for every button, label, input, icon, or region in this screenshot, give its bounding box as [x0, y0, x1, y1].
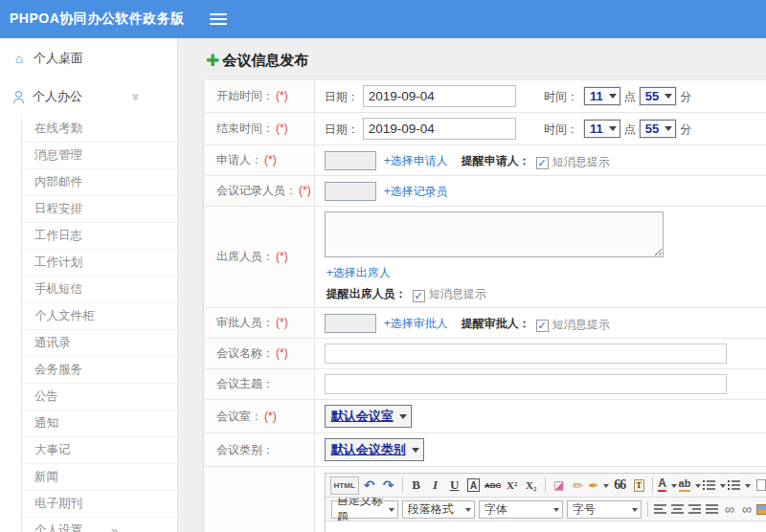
superscript-button[interactable]: X²: [504, 477, 521, 495]
subscript-button[interactable]: X₂: [523, 477, 540, 495]
end-hour-select[interactable]: 11: [584, 120, 620, 138]
meeting-type-select[interactable]: 默认会议类别: [325, 438, 424, 461]
sidebar-item[interactable]: 日程安排: [21, 196, 177, 223]
align-justify-icon[interactable]: [704, 500, 720, 519]
new-page-icon[interactable]: [753, 477, 766, 495]
italic-button[interactable]: I: [427, 477, 444, 495]
applicant-label: 申请人：(*): [204, 145, 315, 176]
end-time-label: 结束时间：(*): [204, 113, 315, 145]
clean-format-brush-icon[interactable]: ✏: [570, 477, 587, 495]
redo-icon[interactable]: ↷: [380, 477, 397, 495]
sidebar-item-label: 个人办公: [33, 88, 82, 105]
form-row-meeting-topic: 会议主题：: [204, 369, 766, 400]
remind-approver-label: 提醒审批人：: [462, 317, 530, 330]
meeting-room-label: 会议室：(*): [204, 400, 315, 433]
sms-checkbox[interactable]: ✓: [413, 290, 425, 302]
attendees-textarea[interactable]: [325, 211, 664, 257]
align-right-icon[interactable]: [687, 500, 703, 519]
minute-unit: 分: [680, 122, 691, 136]
meeting-type-label: 会议类别：: [204, 433, 315, 467]
toolbar-separator: [647, 501, 648, 517]
sidebar-item-label: 手机短信: [34, 283, 82, 296]
meeting-name-label: 会议名称：(*): [204, 339, 315, 369]
sidebar-item[interactable]: 通讯录: [21, 330, 177, 357]
sidebar-item-label: 大事记: [34, 444, 71, 456]
font-size-select[interactable]: 字号: [567, 500, 642, 519]
bold-button[interactable]: B: [408, 477, 425, 495]
recorder-input[interactable]: [325, 182, 376, 201]
sidebar-item[interactable]: 工作计划: [21, 250, 177, 277]
toolbar-separator: [652, 477, 653, 493]
sidebar-item[interactable]: 工作日志: [21, 223, 177, 250]
font-family-select[interactable]: 字体: [479, 500, 563, 519]
approver-input[interactable]: [325, 314, 376, 333]
sidebar-item[interactable]: 电子期刊: [21, 491, 177, 518]
paragraph-format-select[interactable]: 段落格式: [402, 500, 475, 519]
align-center-icon[interactable]: [669, 500, 686, 519]
select-attendees-link[interactable]: +选择出席人: [327, 266, 391, 279]
applicant-input[interactable]: [325, 151, 376, 170]
select-approver-link[interactable]: +选择审批人: [384, 317, 448, 330]
html-source-button[interactable]: HTML: [330, 477, 359, 495]
format-painter-icon[interactable]: ✒: [589, 477, 610, 495]
end-minute-select[interactable]: 55: [640, 120, 676, 138]
start-date-input[interactable]: [363, 85, 516, 107]
page-title: ✚ 会议信息发布: [179, 52, 766, 70]
sidebar-item-label: 新闻: [34, 471, 58, 483]
sidebar-item[interactable]: 新闻: [21, 464, 177, 491]
undo-icon[interactable]: ↶: [361, 477, 378, 495]
sms-label: 短消息提示: [429, 287, 486, 300]
sidebar-item[interactable]: 手机短信: [21, 277, 177, 303]
sidebar-item[interactable]: 消息管理: [21, 143, 177, 169]
strikethrough-button[interactable]: ABC: [484, 477, 502, 495]
select-applicant-link[interactable]: +选择申请人: [384, 154, 448, 167]
home-icon: ⌂: [12, 53, 26, 65]
sidebar-item[interactable]: 内部邮件: [21, 169, 177, 196]
start-hour-select[interactable]: 11: [584, 87, 620, 105]
font-border-button[interactable]: A: [465, 477, 483, 495]
heading-select[interactable]: 自定义标题: [331, 500, 398, 519]
underline-button[interactable]: U: [446, 477, 463, 495]
highlight-color-icon[interactable]: ab: [679, 477, 702, 495]
start-minute-select[interactable]: 55: [640, 87, 676, 105]
link-icon[interactable]: ∞: [721, 500, 737, 519]
sidebar-item-label: 公告: [34, 390, 58, 403]
sms-checkbox[interactable]: ✓: [536, 157, 549, 169]
image-icon[interactable]: [755, 500, 766, 519]
sidebar-item[interactable]: 个人文件柜: [21, 303, 177, 330]
blockquote-icon[interactable]: 66: [611, 477, 628, 495]
unlink-icon[interactable]: ∞: [738, 500, 755, 519]
sidebar-item-label: 日程安排: [34, 203, 82, 215]
sidebar-item[interactable]: 通知: [21, 410, 177, 437]
sidebar-item[interactable]: 在线考勤: [21, 116, 177, 143]
align-left-icon[interactable]: [652, 500, 668, 519]
sidebar-item[interactable]: 个人办公»: [0, 78, 177, 116]
end-date-input[interactable]: [363, 118, 516, 140]
unordered-list-icon[interactable]: [728, 477, 751, 495]
sidebar-menu: ⌂个人桌面个人办公»在线考勤消息管理内部邮件日程安排工作日志工作计划手机短信个人…: [0, 38, 178, 532]
sidebar-item[interactable]: 公告: [21, 384, 177, 410]
attendees-label: 出席人员：(*): [204, 207, 315, 308]
main-content: ✚ 会议信息发布 开始时间：(*) 日期： 时间：11点55分 结束时间：(*)…: [179, 38, 766, 532]
sidebar-item[interactable]: 个人设置»: [21, 518, 177, 532]
sms-checkbox[interactable]: ✓: [536, 320, 549, 332]
meeting-room-select[interactable]: 默认会议室: [325, 405, 412, 428]
ordered-list-icon[interactable]: [703, 477, 726, 495]
paste-icon[interactable]: [630, 477, 647, 495]
sidebar-item-label: 通知: [34, 417, 58, 430]
editor-content-area[interactable]: [326, 521, 766, 532]
form-row-attendees: 出席人员：(*) +选择出席人 提醒出席人员：✓短消息提示: [204, 207, 766, 308]
eraser-icon[interactable]: ◪: [551, 477, 568, 495]
sidebar-item-label: 通讯录: [34, 337, 71, 349]
editor-label-empty: [204, 467, 315, 532]
meeting-name-input[interactable]: [325, 344, 727, 364]
sidebar-item[interactable]: ⌂个人桌面: [0, 39, 177, 78]
hamburger-menu-icon[interactable]: [210, 13, 227, 26]
meeting-topic-input[interactable]: [325, 374, 727, 394]
sidebar-item[interactable]: 大事记: [21, 437, 177, 464]
font-color-icon[interactable]: A: [658, 477, 676, 495]
select-recorder-link[interactable]: +选择记录员: [384, 185, 448, 198]
sms-label: 短消息提示: [552, 154, 610, 167]
sidebar-item[interactable]: 会务服务: [21, 357, 177, 384]
time-label: 时间：: [544, 122, 578, 136]
